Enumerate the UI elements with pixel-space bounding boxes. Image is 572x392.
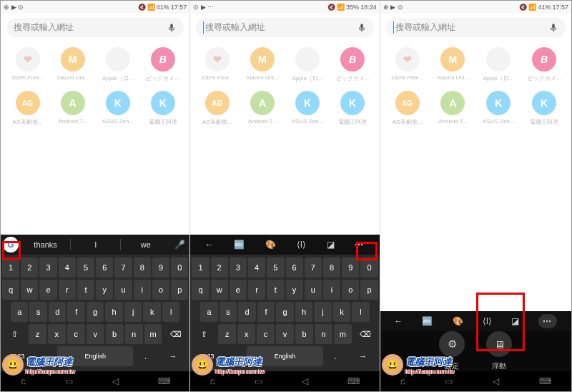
bookmark-item[interactable]: KASUS Zen... bbox=[478, 91, 519, 126]
key[interactable]: s bbox=[220, 302, 237, 322]
bookmark-item[interactable]: Bビックカメ... bbox=[523, 47, 565, 82]
toolbar-cursor-icon[interactable]: ⟨I⟩ bbox=[483, 316, 492, 326]
key[interactable]: 8 bbox=[134, 258, 151, 278]
key[interactable]: 6 bbox=[96, 258, 113, 278]
key[interactable]: 4 bbox=[59, 258, 76, 278]
bookmark-item[interactable]: AGAG美劇免... bbox=[387, 91, 428, 126]
key[interactable]: j bbox=[124, 302, 142, 322]
key[interactable]: w bbox=[211, 280, 228, 300]
key[interactable]: 3 bbox=[39, 258, 56, 278]
suggestion[interactable]: thanks bbox=[21, 240, 70, 249]
key[interactable]: f bbox=[67, 302, 84, 322]
bookmark-item[interactable]: Bビックカメ... bbox=[332, 47, 373, 82]
nav-keyboard-icon[interactable]: ⌨ bbox=[539, 376, 551, 386]
key[interactable]: s bbox=[29, 302, 46, 322]
key[interactable]: e bbox=[230, 280, 247, 300]
key[interactable]: t bbox=[267, 280, 284, 300]
bookmark-item[interactable]: MXiaomi Uni... bbox=[242, 47, 283, 82]
key[interactable]: c bbox=[67, 324, 85, 344]
mic-icon[interactable] bbox=[167, 23, 177, 33]
bookmark-item[interactable]: AGAG美劇免... bbox=[197, 91, 238, 126]
key[interactable]: o bbox=[152, 280, 169, 300]
bookmark-item[interactable]: Apple（日... bbox=[478, 47, 519, 82]
key[interactable]: r bbox=[59, 280, 76, 300]
key[interactable]: 5 bbox=[77, 258, 94, 278]
key[interactable]: 6 bbox=[286, 258, 303, 278]
nav-recent[interactable]: ⎌ bbox=[210, 376, 215, 386]
key[interactable]: l bbox=[162, 302, 179, 322]
key[interactable]: o bbox=[342, 280, 359, 300]
key[interactable]: d bbox=[49, 302, 66, 322]
key[interactable]: k bbox=[143, 302, 160, 322]
bookmark-item[interactable]: K電腦王阿達 bbox=[523, 91, 565, 126]
key[interactable]: n bbox=[315, 324, 332, 344]
bookmark-item[interactable]: Apple（日... bbox=[97, 47, 139, 82]
nav-home[interactable]: ▭ bbox=[65, 376, 73, 386]
toolbar-sticker-icon[interactable]: ◪ bbox=[511, 316, 519, 326]
nav-keyboard-icon[interactable]: ⌨ bbox=[347, 376, 360, 386]
key[interactable]: z bbox=[29, 324, 46, 344]
key[interactable]: l bbox=[352, 302, 369, 322]
shift-key[interactable]: ⇧ bbox=[2, 324, 27, 344]
nav-home[interactable]: ▭ bbox=[445, 376, 453, 386]
nav-back[interactable]: ◁ bbox=[112, 376, 119, 386]
key[interactable]: i bbox=[323, 280, 340, 300]
key[interactable]: 2 bbox=[21, 258, 38, 278]
keyboard-mic-icon[interactable]: 🎤 bbox=[170, 240, 189, 250]
bookmark-item[interactable]: KASUS Zen... bbox=[287, 91, 328, 126]
nav-keyboard-icon[interactable]: ⌨ bbox=[158, 376, 170, 386]
key[interactable]: a bbox=[11, 302, 28, 322]
toolbar-more-icon[interactable]: ⋯ bbox=[355, 240, 365, 250]
key[interactable]: t bbox=[77, 280, 94, 300]
bookmark-item[interactable]: MXiaomi Uni... bbox=[432, 47, 473, 82]
key[interactable]: a bbox=[200, 302, 217, 322]
key[interactable]: 3 bbox=[230, 258, 247, 278]
toolbar-theme-icon[interactable]: 🎨 bbox=[453, 316, 463, 326]
nav-home[interactable]: ▭ bbox=[255, 376, 262, 386]
key[interactable]: m bbox=[144, 324, 162, 344]
bookmark-item[interactable]: AGAG美劇免... bbox=[7, 91, 49, 126]
key[interactable]: b bbox=[295, 324, 313, 344]
bookmark-item[interactable]: KASUS Zen... bbox=[97, 91, 139, 126]
toolbar-back-icon[interactable]: ← bbox=[205, 240, 214, 250]
key[interactable]: 1 bbox=[192, 258, 209, 278]
mic-icon[interactable] bbox=[548, 23, 558, 33]
key[interactable]: 0 bbox=[360, 258, 378, 278]
key[interactable]: h bbox=[295, 302, 312, 322]
key[interactable]: f bbox=[257, 302, 275, 322]
key[interactable]: x bbox=[48, 324, 66, 344]
nav-recent[interactable]: ⎌ bbox=[400, 376, 405, 386]
enter-key[interactable]: → bbox=[347, 346, 378, 366]
bookmark-item[interactable]: ❤100% Free... bbox=[387, 47, 428, 82]
period-key[interactable]: . bbox=[325, 346, 346, 366]
shift-key[interactable]: ⇧ bbox=[192, 324, 217, 344]
search-input[interactable]: 搜尋或輸入網址 bbox=[196, 18, 373, 37]
toolbar-sticker-icon[interactable]: ◪ bbox=[327, 240, 335, 250]
key[interactable]: w bbox=[21, 280, 38, 300]
bookmark-item[interactable]: ❤100% Free... bbox=[7, 47, 49, 82]
suggestion[interactable]: I bbox=[71, 240, 120, 249]
key[interactable]: m bbox=[334, 324, 352, 344]
key[interactable]: g bbox=[87, 302, 104, 322]
key[interactable]: k bbox=[333, 302, 350, 322]
toolbar-back-icon[interactable]: ← bbox=[394, 316, 403, 326]
backspace-key[interactable]: ⌫ bbox=[353, 324, 378, 344]
suggestion[interactable]: we bbox=[121, 240, 170, 249]
key[interactable]: z bbox=[218, 324, 236, 344]
key[interactable]: p bbox=[171, 280, 188, 300]
key[interactable]: b bbox=[106, 324, 124, 344]
period-key[interactable]: . bbox=[134, 346, 156, 366]
key[interactable]: y bbox=[286, 280, 303, 300]
key[interactable]: q bbox=[192, 280, 209, 300]
bookmark-item[interactable]: K電腦王阿達 bbox=[332, 91, 373, 126]
google-icon[interactable]: G bbox=[3, 237, 19, 253]
key[interactable]: g bbox=[276, 302, 293, 322]
toolbar-cursor-icon[interactable]: ⟨I⟩ bbox=[297, 240, 306, 250]
key[interactable]: q bbox=[2, 280, 19, 300]
nav-back[interactable]: ◁ bbox=[302, 376, 308, 386]
key[interactable]: 9 bbox=[152, 258, 169, 278]
bookmark-item[interactable]: Apple（日... bbox=[287, 47, 328, 82]
key[interactable]: u bbox=[114, 280, 132, 300]
key[interactable]: 4 bbox=[248, 258, 265, 278]
bookmark-item[interactable]: Bビックカメ... bbox=[142, 47, 184, 82]
